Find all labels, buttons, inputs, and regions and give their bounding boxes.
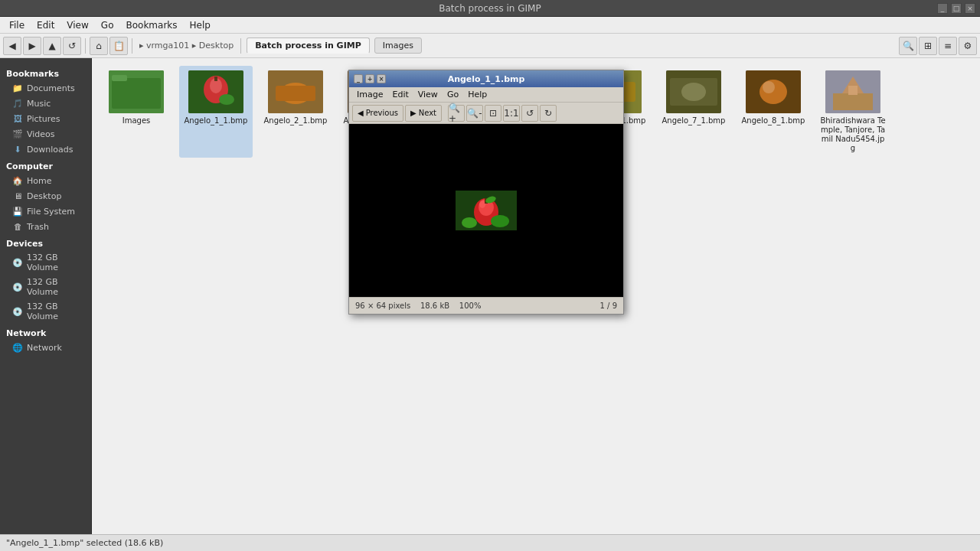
separator2 — [132, 38, 132, 54]
svg-rect-6 — [214, 77, 217, 81]
svg-rect-32 — [848, 86, 858, 95]
sidebar-item-filesystem[interactable]: 💾 File System — [0, 204, 91, 219]
svg-point-7 — [219, 94, 234, 105]
thumb-angelo1 — [188, 70, 243, 113]
sidebar-label-desktop: Desktop — [27, 191, 61, 201]
file-item-angelo7[interactable]: Angelo_7_1.bmp — [657, 66, 730, 158]
gimp-page-indicator: 1 / 9 — [600, 302, 617, 310]
folder-icon: 📁 — [12, 83, 23, 93]
gimp-zoom-out-button[interactable]: 🔍- — [466, 105, 483, 122]
sidebar-label-pictures: Pictures — [27, 114, 60, 124]
svg-point-39 — [491, 215, 509, 227]
gimp-window-title: Angelo_1_1.bmp — [386, 74, 586, 84]
sidebar-label-drive3: 132 GB Volume — [27, 302, 85, 321]
gimp-minimize-button[interactable]: _ — [354, 74, 363, 83]
gimp-prev-button[interactable]: ◀ Previous — [352, 105, 403, 122]
sidebar-item-network[interactable]: 🌐 Network — [0, 340, 91, 355]
sidebar-item-home[interactable]: 🏠 Home — [0, 173, 91, 188]
file-label-angelo7: Angelo_7_1.bmp — [662, 116, 726, 126]
svg-rect-2 — [112, 75, 127, 81]
gimp-canvas — [349, 124, 623, 297]
maximize-button[interactable]: □ — [951, 3, 962, 14]
gimp-rotate-ccw-button[interactable]: ↺ — [521, 105, 538, 122]
sidebar-item-videos[interactable]: 🎬 Videos — [0, 126, 91, 142]
close-button[interactable]: × — [965, 3, 975, 14]
menu-bookmarks[interactable]: Bookmarks — [119, 18, 183, 32]
gimp-menu-image[interactable]: Image — [352, 89, 387, 100]
gimp-menu-help[interactable]: Help — [463, 89, 492, 100]
sidebar: Bookmarks 📁 Documents 🎵 Music 🖼 Pictures… — [0, 58, 92, 534]
minimize-button[interactable]: _ — [937, 3, 948, 14]
menu-edit[interactable]: Edit — [31, 18, 60, 32]
sidebar-item-drive-2[interactable]: 💿 132 GB Volume — [0, 275, 91, 299]
search-button[interactable]: 🔍 — [899, 37, 917, 55]
home-button[interactable]: ⌂ — [90, 37, 108, 55]
gimp-menu-edit[interactable]: Edit — [387, 89, 413, 100]
sidebar-label-network: Network — [27, 343, 62, 353]
menu-help[interactable]: Help — [184, 18, 217, 32]
sidebar-item-drive-1[interactable]: 💿 132 GB Volume — [0, 250, 91, 275]
settings-button[interactable]: ⚙ — [959, 37, 977, 55]
gimp-statusbar: 96 × 64 pixels 18.6 kB 100% 1 / 9 — [349, 297, 623, 314]
up-button[interactable]: ▲ — [43, 37, 61, 55]
gimp-next-button[interactable]: ▶ Next — [405, 105, 442, 122]
title-bar: Batch process in GIMP _ □ × — [0, 0, 980, 17]
sidebar-label-filesystem: File System — [27, 207, 75, 217]
copy-button[interactable]: 📋 — [109, 37, 128, 55]
computer-section: Computer — [0, 157, 91, 173]
devices-section: Devices — [0, 234, 91, 250]
statusbar-text: "Angelo_1_1.bmp" selected (18.6 kB) — [6, 538, 163, 548]
sidebar-item-trash[interactable]: 🗑 Trash — [0, 219, 91, 234]
reload-button[interactable]: ↺ — [63, 37, 81, 55]
thumb-angelo8 — [746, 70, 801, 113]
home-icon: 🏠 — [12, 175, 23, 186]
menu-view[interactable]: View — [60, 18, 94, 32]
sidebar-item-documents[interactable]: 📁 Documents — [0, 80, 91, 96]
svg-point-25 — [681, 83, 706, 101]
gimp-actual-size-button[interactable]: 1:1 — [503, 105, 520, 122]
view-list-button[interactable]: ≡ — [939, 37, 957, 55]
file-item-angelo2[interactable]: Angelo_2_1.bmp — [259, 66, 332, 158]
gimp-close-button[interactable]: × — [377, 74, 386, 83]
sidebar-item-drive-3[interactable]: 💿 132 GB Volume — [0, 299, 91, 324]
sidebar-item-pictures[interactable]: 🖼 Pictures — [0, 111, 91, 126]
gimp-fit-button[interactable]: ⊡ — [485, 105, 501, 122]
tab-images[interactable]: Images — [374, 37, 422, 54]
file-area: Images Angelo_1_1.bmp — [92, 58, 980, 534]
sidebar-label-videos: Videos — [27, 129, 55, 139]
svg-rect-1 — [112, 78, 161, 109]
svg-rect-10 — [276, 86, 315, 101]
menu-go[interactable]: Go — [95, 18, 120, 32]
window-title: Batch process in GIMP — [439, 3, 541, 14]
sidebar-item-desktop[interactable]: 🖥 Desktop — [0, 188, 91, 204]
desktop-icon: 🖥 — [12, 191, 23, 201]
sidebar-label-trash: Trash — [27, 222, 49, 232]
sidebar-label-downloads: Downloads — [27, 145, 73, 155]
gimp-restore-button[interactable]: + — [365, 74, 374, 83]
tab-batch-process[interactable]: Batch process in GIMP — [247, 37, 370, 54]
gimp-window: _ + × Angelo_1_1.bmp Image Edit View Go … — [348, 70, 624, 315]
network-icon: 🌐 — [12, 342, 23, 353]
window-controls: _ □ × — [937, 3, 975, 14]
sidebar-item-downloads[interactable]: ⬇ Downloads — [0, 142, 91, 157]
sidebar-item-music[interactable]: 🎵 Music — [0, 96, 91, 111]
gimp-rotate-cw-button[interactable]: ↻ — [540, 105, 557, 122]
view-grid-button[interactable]: ⊞ — [919, 37, 937, 55]
sidebar-label-documents: Documents — [27, 83, 75, 93]
back-button[interactable]: ◀ — [3, 37, 21, 55]
file-item-angelo1[interactable]: Angelo_1_1.bmp — [179, 66, 253, 158]
gimp-zoom-in-button[interactable]: 🔍+ — [448, 105, 465, 122]
sidebar-label-drive1: 132 GB Volume — [27, 253, 85, 272]
forward-button[interactable]: ▶ — [23, 37, 41, 55]
thumb-temple — [825, 70, 880, 113]
file-item-images[interactable]: Images — [100, 66, 173, 158]
main-area: Bookmarks 📁 Documents 🎵 Music 🖼 Pictures… — [0, 58, 980, 534]
file-item-angelo8[interactable]: Angelo_8_1.bmp — [737, 66, 810, 158]
videos-icon: 🎬 — [12, 129, 23, 139]
file-item-temple[interactable]: Bhiradishwara Temple, Tanjore, Tamil Nad… — [816, 66, 890, 158]
gimp-menu-go[interactable]: Go — [443, 89, 463, 100]
menubar: File Edit View Go Bookmarks Help — [0, 17, 980, 34]
sidebar-label-home: Home — [27, 176, 51, 186]
gimp-menu-view[interactable]: View — [413, 89, 443, 100]
menu-file[interactable]: File — [3, 18, 31, 32]
